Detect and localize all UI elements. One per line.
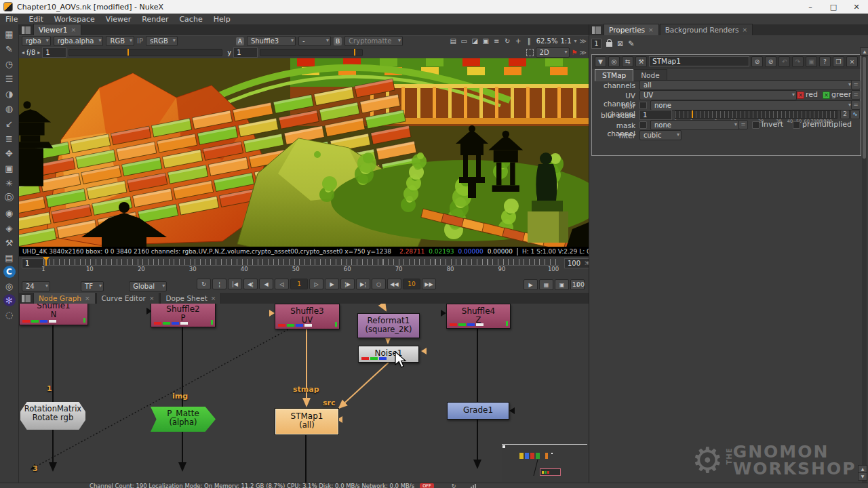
close-icon[interactable]: ×: [742, 26, 747, 33]
next-increment-button[interactable]: ¦▶: [340, 279, 355, 289]
proxy-mode-icon[interactable]: ▭: [460, 37, 469, 45]
overflow-chevrons-icon[interactable]: ≫: [580, 49, 587, 56]
scroll-up-icon[interactable]: ▲: [860, 47, 868, 56]
tab-viewer1[interactable]: Viewer1 ×: [33, 24, 81, 35]
gain-next-icon[interactable]: ▸: [37, 49, 40, 56]
gain-slider[interactable]: [68, 49, 222, 56]
tab-curve-editor[interactable]: Curve Editor ×: [96, 293, 160, 304]
mask-eq-button[interactable]: =: [738, 120, 748, 129]
roi-box-icon[interactable]: [526, 49, 534, 56]
more-icon[interactable]: ◌: [3, 308, 16, 321]
3d-icon[interactable]: ▣: [3, 161, 16, 175]
edit-icon[interactable]: ✎: [628, 39, 634, 48]
range-button[interactable]: ¦: [212, 279, 226, 289]
frame-range-icon[interactable]: ▦: [539, 279, 553, 290]
layer-stack-icon[interactable]: ≡: [492, 37, 501, 45]
channel-mask-a-icon[interactable]: ⊘: [751, 56, 763, 67]
display-channel-dropdown[interactable]: RGB: [106, 36, 134, 46]
mask-channel-checkbox[interactable]: [639, 121, 647, 129]
gain-prev-icon[interactable]: ◂: [22, 49, 24, 56]
update-icon[interactable]: ↻: [503, 37, 512, 45]
frame-mode-dropdown[interactable]: Global: [129, 281, 167, 291]
metadata-icon[interactable]: ◈: [3, 221, 16, 235]
color-icon[interactable]: ◑: [3, 87, 16, 100]
lut-dropdown[interactable]: sRGB: [146, 36, 178, 46]
next-frame-button[interactable]: ▶: [325, 279, 339, 289]
cattery-icon[interactable]: C: [3, 266, 16, 278]
blur-scale-input[interactable]: 1: [639, 110, 672, 120]
ab-blend-dropdown[interactable]: -: [298, 36, 331, 46]
clear-panels-icon[interactable]: ⊠: [617, 39, 623, 48]
pixel-aspect[interactable]: 1:1: [560, 37, 571, 45]
refresh-icon[interactable]: ↻: [452, 483, 456, 488]
node-controls-icon[interactable]: ⇆: [622, 56, 633, 67]
tab-properties[interactable]: Properties ×: [604, 24, 659, 35]
draw-icon[interactable]: ✎: [3, 42, 16, 56]
float-panel-icon[interactable]: ❐: [833, 56, 844, 67]
close-panel-icon[interactable]: ×: [846, 56, 858, 67]
curve-icon[interactable]: ∿: [850, 110, 860, 119]
uv-channels-dropdown[interactable]: UV: [639, 90, 797, 100]
channels-dropdown[interactable]: rgba: [22, 36, 51, 46]
prev-frame-button[interactable]: ◀: [259, 279, 273, 289]
view-3d-dropdown[interactable]: 2D: [536, 47, 570, 58]
node-pmatte[interactable]: P_Matte (alpha): [151, 407, 216, 432]
close-icon[interactable]: ×: [71, 26, 76, 33]
node-shuffle2[interactable]: Shuffle2 P: [151, 302, 216, 327]
blur-scale-mult-button[interactable]: 2: [840, 110, 850, 119]
play-backward-button[interactable]: ◁: [275, 279, 289, 289]
flag-icon[interactable]: ⚑: [572, 49, 578, 56]
gizmos-icon[interactable]: ◎: [3, 279, 16, 293]
node-stmap1[interactable]: STMap1 (all): [275, 409, 338, 434]
invert-checkbox[interactable]: [752, 121, 760, 129]
node-name-field[interactable]: STMap1: [649, 56, 749, 66]
filter-icon[interactable]: ◍: [3, 102, 16, 115]
gamma-input[interactable]: 1: [233, 47, 258, 58]
playhead[interactable]: [45, 258, 47, 266]
keyer-icon[interactable]: ↙: [3, 117, 16, 130]
gamma-slider[interactable]: [260, 49, 363, 56]
scrollbar-thumb[interactable]: [863, 57, 866, 159]
wipe-icon[interactable]: ◪: [471, 37, 479, 45]
input-process-toggle[interactable]: IP: [137, 37, 143, 45]
collapse-icon[interactable]: ▼: [595, 56, 606, 67]
menu-render[interactable]: Render: [136, 15, 174, 24]
node-shuffle3[interactable]: Shuffle3 UV: [275, 304, 340, 329]
uv-eq-button[interactable]: =: [851, 90, 861, 100]
roi-icon[interactable]: +: [514, 37, 523, 45]
chevron-down-icon[interactable]: ▾: [574, 38, 577, 44]
air-icon[interactable]: ✻: [3, 294, 16, 306]
scroll-down-icon[interactable]: ▼: [858, 472, 867, 481]
increment-value-button[interactable]: 10: [403, 279, 420, 289]
maximize-button[interactable]: □: [822, 3, 845, 12]
views-icon[interactable]: ◉: [3, 206, 16, 220]
buffer-a-dropdown[interactable]: Shuffle3: [247, 36, 296, 46]
tf-dropdown[interactable]: TF: [81, 281, 104, 291]
node-grade1[interactable]: Grade1: [447, 402, 509, 420]
close-button[interactable]: ✕: [845, 3, 868, 12]
flipbook-icon[interactable]: ▶: [524, 279, 538, 290]
fps-dropdown[interactable]: 24: [22, 281, 50, 291]
channels-eq-button[interactable]: =: [851, 80, 861, 89]
tab-node-graph[interactable]: Node Graph ×: [33, 293, 96, 304]
loop-button[interactable]: ↻: [197, 279, 211, 289]
menu-edit[interactable]: Edit: [23, 15, 48, 24]
stop-button[interactable]: ○: [372, 279, 386, 289]
center-node-icon[interactable]: ◎: [608, 56, 620, 67]
channel-icon[interactable]: ☰: [3, 72, 16, 85]
first-frame-button[interactable]: |◀: [228, 279, 242, 289]
uv-green-checkbox[interactable]: ×: [823, 92, 830, 99]
pause-icon[interactable]: ‖: [525, 37, 534, 45]
last-frame-button[interactable]: ▶¦: [356, 279, 370, 289]
layer-dropdown[interactable]: rgba.alpha: [54, 36, 104, 46]
particles-icon[interactable]: ✳: [3, 176, 16, 190]
menu-file[interactable]: File: [0, 15, 23, 24]
close-icon[interactable]: ×: [149, 295, 155, 302]
display-mode-icon[interactable]: ▤: [449, 37, 458, 45]
uv-red-checkbox[interactable]: ×: [797, 92, 804, 99]
pane-menu-icon[interactable]: [22, 295, 31, 302]
deep-icon[interactable]: Ⓓ: [3, 191, 16, 205]
tab-dope-sheet[interactable]: Dope Sheet ×: [160, 293, 221, 304]
copy-icon[interactable]: ▣: [806, 56, 817, 67]
blur-channel-dropdown[interactable]: none: [650, 100, 853, 110]
